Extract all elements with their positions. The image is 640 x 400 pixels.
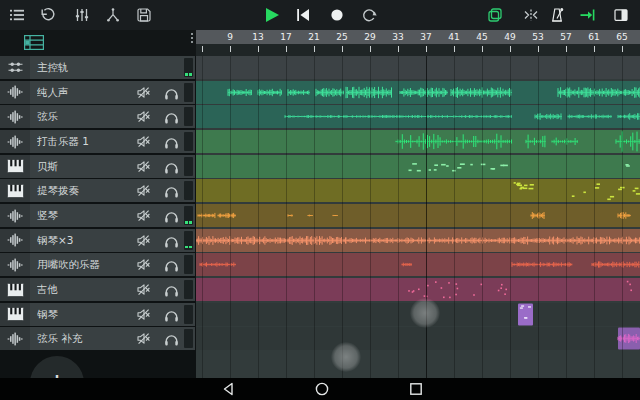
waveform-icon xyxy=(0,204,30,227)
track-name: 钢琴×3 xyxy=(37,229,133,252)
track-row[interactable]: 纯人声 xyxy=(0,81,195,104)
track-name: 用嘴吹的乐器 xyxy=(37,253,133,276)
track-lane[interactable] xyxy=(196,155,640,178)
headphone-solo-button[interactable] xyxy=(164,159,179,174)
track-row[interactable]: 竖琴 xyxy=(0,204,195,227)
headphone-solo-button[interactable] xyxy=(164,307,179,322)
headphone-solo-button[interactable] xyxy=(164,208,179,223)
audio-clips[interactable] xyxy=(196,303,640,326)
nav-recents-button[interactable] xyxy=(408,381,424,397)
track-row[interactable]: 钢琴 xyxy=(0,303,195,326)
headphone-solo-button[interactable] xyxy=(164,331,179,346)
audio-clips[interactable] xyxy=(196,253,640,276)
ruler-tick xyxy=(314,46,315,52)
metronome-button[interactable] xyxy=(548,6,566,24)
mute-button[interactable] xyxy=(136,159,151,174)
ruler-tick xyxy=(342,46,343,52)
track-lane[interactable] xyxy=(196,253,640,276)
tracks-view-button[interactable] xyxy=(24,35,44,50)
track-lane[interactable] xyxy=(196,327,640,350)
nav-home-button[interactable] xyxy=(314,381,330,397)
loop-button[interactable] xyxy=(360,6,378,24)
mute-button[interactable] xyxy=(136,109,151,124)
ruler-bar-number: 61 xyxy=(588,32,599,42)
ruler-bar-number: 33 xyxy=(392,32,403,42)
mute-button[interactable] xyxy=(136,282,151,297)
track-lane[interactable] xyxy=(196,81,640,104)
mixer-button[interactable] xyxy=(73,6,91,24)
headphone-solo-button[interactable] xyxy=(164,109,179,124)
audio-clips[interactable] xyxy=(196,130,640,153)
record-button[interactable] xyxy=(328,6,346,24)
headphone-solo-button[interactable] xyxy=(164,85,179,100)
snap-button[interactable] xyxy=(522,6,540,24)
mute-button[interactable] xyxy=(136,183,151,198)
duplicate-button[interactable] xyxy=(486,6,504,24)
mute-button[interactable] xyxy=(136,208,151,223)
ruler-bar-number: 53 xyxy=(532,32,543,42)
ruler-tick xyxy=(398,46,399,52)
headphone-solo-button[interactable] xyxy=(164,233,179,248)
track-row[interactable]: 弦乐 补充 xyxy=(0,327,195,350)
nav-back-button[interactable] xyxy=(221,381,237,397)
headphone-solo-button[interactable] xyxy=(164,183,179,198)
track-lane[interactable] xyxy=(196,229,640,252)
headphone-solo-button[interactable] xyxy=(164,257,179,272)
save-button[interactable] xyxy=(135,6,153,24)
ruler-tick xyxy=(622,46,623,52)
track-row[interactable]: 吉他 xyxy=(0,278,195,301)
menu-button[interactable] xyxy=(8,6,26,24)
mute-button[interactable] xyxy=(136,233,151,248)
audio-clips[interactable] xyxy=(196,278,640,301)
track-row[interactable]: 用嘴吹的乐器 xyxy=(0,253,195,276)
panel-toggle-button[interactable] xyxy=(612,6,630,24)
tools-button[interactable] xyxy=(104,6,122,24)
audio-clips[interactable] xyxy=(196,229,640,252)
track-lane[interactable] xyxy=(196,303,640,326)
headphone-solo-button[interactable] xyxy=(164,134,179,149)
ruler-tick xyxy=(538,46,539,52)
ruler-bar-number: 57 xyxy=(560,32,571,42)
ruler-tick xyxy=(482,46,483,52)
mute-button[interactable] xyxy=(136,331,151,346)
mute-button[interactable] xyxy=(136,257,151,272)
play-button[interactable] xyxy=(263,6,281,24)
timeline-ruler[interactable]: 91317212529333741454953576165 xyxy=(196,30,640,44)
track-name: 钢琴 xyxy=(37,303,133,326)
level-meter xyxy=(184,305,193,324)
track-lane[interactable] xyxy=(196,130,640,153)
track-lane[interactable] xyxy=(196,56,640,79)
track-row[interactable]: 弦乐 xyxy=(0,105,195,128)
audio-clips[interactable] xyxy=(196,155,640,178)
track-lane[interactable] xyxy=(196,179,640,202)
headphone-solo-button[interactable] xyxy=(164,282,179,297)
arrangement-area[interactable] xyxy=(196,56,640,378)
track-row[interactable]: 打击乐器 1 xyxy=(0,130,195,153)
timeline-ticks[interactable] xyxy=(196,44,640,56)
audio-clips[interactable] xyxy=(196,105,640,128)
level-meter xyxy=(184,58,193,77)
track-row[interactable]: 贝斯 xyxy=(0,155,195,178)
track-row[interactable]: 主控轨 xyxy=(0,56,195,79)
ruler-drag-handle[interactable] xyxy=(189,32,195,44)
mute-button[interactable] xyxy=(136,85,151,100)
undo-button[interactable] xyxy=(39,6,57,24)
ruler-tick xyxy=(230,46,231,52)
track-row[interactable]: 钢琴×3 xyxy=(0,229,195,252)
track-lane[interactable] xyxy=(196,278,640,301)
audio-clips[interactable] xyxy=(196,81,640,104)
skip-to-start-button[interactable] xyxy=(294,6,312,24)
track-lane[interactable] xyxy=(196,105,640,128)
follow-playhead-button[interactable] xyxy=(578,6,596,24)
audio-clips[interactable] xyxy=(196,327,640,350)
mute-button[interactable] xyxy=(136,307,151,322)
track-row[interactable]: 提琴拨奏 xyxy=(0,179,195,202)
level-meter xyxy=(184,132,193,151)
ruler-bar-number: 41 xyxy=(448,32,459,42)
ruler-bar-number: 17 xyxy=(280,32,291,42)
track-lane[interactable] xyxy=(196,204,640,227)
level-meter xyxy=(184,231,193,250)
audio-clips[interactable] xyxy=(196,179,640,202)
mute-button[interactable] xyxy=(136,134,151,149)
audio-clips[interactable] xyxy=(196,204,640,227)
